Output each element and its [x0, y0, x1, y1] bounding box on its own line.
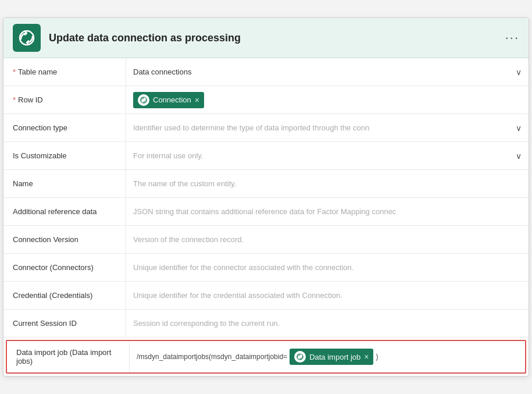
field-row-connector: Connector (Connectors) Unique identifier… — [3, 254, 529, 282]
data-import-chip: Data import job × — [290, 349, 373, 365]
import-chip-close-button[interactable]: × — [364, 352, 369, 361]
more-options-button[interactable]: ··· — [505, 30, 519, 45]
label-connector: Connector (Connectors) — [3, 254, 126, 281]
name-placeholder: The name of the custom entity. — [133, 179, 522, 188]
value-table-name[interactable]: Data connections ∨ — [126, 58, 529, 86]
value-connection-type[interactable]: Identifier used to determine the type of… — [126, 114, 529, 141]
label-is-customizable: Is Customizable — [3, 142, 126, 169]
label-name: Name — [3, 170, 126, 197]
field-row-connection-version: Connection Version Version of the connec… — [3, 226, 529, 254]
label-credential: Credential (Credentials) — [3, 282, 126, 309]
import-suffix-text: ) — [376, 353, 378, 361]
field-row-connection-type: Connection type Identifier used to deter… — [3, 114, 529, 142]
table-name-dropdown-arrow[interactable]: ∨ — [516, 68, 522, 77]
required-star-row-id: * — [13, 95, 16, 104]
import-chip-label: Data import job — [309, 353, 360, 361]
logo-box — [13, 24, 41, 52]
header-left: Update data connection as processing — [13, 24, 241, 52]
field-row-additional-reference-data: Additional reference data JSON string th… — [3, 198, 529, 226]
value-credential[interactable]: Unique identifier for the credential ass… — [126, 282, 529, 309]
field-row-data-import-job: Data import job (Data import jobs) /msdy… — [6, 340, 526, 374]
main-card: Update data connection as processing ···… — [3, 17, 529, 377]
header-title: Update data connection as processing — [49, 32, 241, 44]
table-name-value: Data connections — [133, 68, 511, 76]
label-connection-version: Connection Version — [3, 226, 126, 253]
field-row-current-session-id: Current Session ID Session id correspond… — [3, 310, 529, 338]
value-current-session-id[interactable]: Session id corresponding to the current … — [126, 310, 529, 337]
field-row-credential: Credential (Credentials) Unique identifi… — [3, 282, 529, 310]
value-additional-reference-data[interactable]: JSON string that contains additional ref… — [126, 198, 529, 225]
connection-chip: Connection × — [133, 92, 204, 108]
label-data-import-job: Data import job (Data import jobs) — [7, 341, 129, 372]
label-row-id: * Row ID — [3, 86, 126, 113]
chip-label: Connection — [153, 95, 191, 104]
label-current-session-id: Current Session ID — [3, 310, 126, 337]
value-row-id: Connection × — [126, 86, 529, 113]
label-additional-reference-data: Additional reference data — [3, 198, 126, 225]
field-row-table-name: * Table name Data connections ∨ — [3, 58, 529, 86]
field-row-row-id: * Row ID Connection × — [3, 86, 529, 114]
current-session-placeholder: Session id corresponding to the current … — [133, 319, 522, 328]
chip-close-button[interactable]: × — [195, 95, 199, 105]
field-row-is-customizable: Is Customizable For internal use only. ∨ — [3, 142, 529, 170]
is-customizable-dropdown-arrow[interactable]: ∨ — [516, 151, 522, 161]
import-path-text: /msdyn_dataimportjobs(msdyn_dataimportjo… — [137, 353, 287, 361]
label-connection-type: Connection type — [3, 114, 126, 141]
value-connector[interactable]: Unique identifier for the connector asso… — [126, 254, 529, 281]
label-table-name: * Table name — [3, 58, 126, 86]
connector-placeholder: Unique identifier for the connector asso… — [133, 263, 522, 272]
logo-icon — [17, 29, 36, 47]
field-row-name: Name The name of the custom entity. — [3, 170, 529, 198]
required-star: * — [13, 68, 16, 76]
connection-type-dropdown-arrow[interactable]: ∨ — [516, 123, 522, 133]
is-customizable-placeholder: For internal use only. — [133, 151, 511, 160]
value-connection-version[interactable]: Version of the connection record. — [126, 226, 529, 253]
chip-logo-icon — [138, 94, 149, 106]
credential-placeholder: Unique identifier for the credential ass… — [133, 291, 522, 300]
additional-ref-placeholder: JSON string that contains additional ref… — [133, 207, 522, 216]
form-body: * Table name Data connections ∨ * Row ID — [3, 58, 529, 374]
header: Update data connection as processing ··· — [3, 18, 529, 58]
import-value-container: /msdyn_dataimportjobs(msdyn_dataimportjo… — [137, 349, 378, 365]
value-name[interactable]: The name of the custom entity. — [126, 170, 529, 197]
value-data-import-job[interactable]: /msdyn_dataimportjobs(msdyn_dataimportjo… — [129, 341, 525, 372]
value-is-customizable[interactable]: For internal use only. ∨ — [126, 142, 529, 169]
connection-version-placeholder: Version of the connection record. — [133, 235, 522, 244]
connection-type-placeholder: Identifier used to determine the type of… — [133, 123, 511, 132]
import-chip-logo-icon — [294, 351, 306, 363]
